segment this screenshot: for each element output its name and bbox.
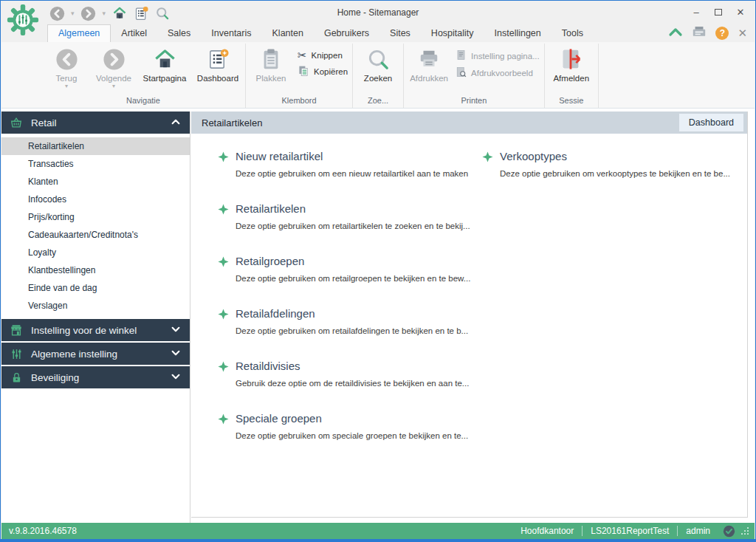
resize-grip[interactable] (741, 527, 749, 535)
content-column-left: Nieuw retailartikel Deze optie gebruiken… (219, 150, 462, 464)
page-setup-icon (456, 49, 467, 62)
quick-access-toolbar: ▾ ▾ (49, 4, 171, 22)
status-bar: v.9.8.2016.46578 Hoofdkantoor LS20161Rep… (1, 523, 755, 539)
plakken-button[interactable]: Plakken (247, 44, 295, 83)
sidebar-item-retailartikelen[interactable]: Retailartikelen (1, 137, 190, 155)
tab-tools[interactable]: Tools (551, 25, 594, 42)
status-user: admin (678, 526, 718, 536)
ribbon-group-klembord: Plakken ✂ Knippen Kopiëren Klembord (246, 44, 353, 108)
tab-algemeen[interactable]: Algemeen (47, 24, 111, 42)
sidebar-item-transacties[interactable]: Transacties (1, 155, 190, 173)
chevron-down-icon (171, 371, 181, 384)
link-verkooptypes[interactable]: Verkooptypes Deze optie gebruiken om ver… (483, 150, 738, 178)
chevron-down-icon (171, 324, 181, 337)
home-icon[interactable] (111, 5, 128, 21)
forward-icon[interactable] (80, 5, 97, 21)
sparkle-icon (218, 414, 229, 428)
store-icon (9, 323, 24, 337)
lock-icon (9, 370, 24, 385)
status-database: LS20161ReportTest (583, 526, 677, 536)
forward-dropdown-caret[interactable]: ▾ (103, 10, 106, 17)
sidebar-section-retail[interactable]: Retail (1, 112, 190, 134)
basket-icon (9, 115, 24, 130)
tab-artikel[interactable]: Artikel (111, 25, 157, 42)
kopieren-button[interactable]: Kopiëren (298, 65, 348, 78)
version-label: v.9.8.2016.46578 (9, 526, 77, 536)
ribbon: Terug ▾ Volgende ▾ Startpagina (1, 42, 755, 109)
sidebar-section-instelling-winkel[interactable]: Instelling voor de winkel (1, 319, 190, 341)
window-layout-icon[interactable] (692, 25, 707, 41)
sidebar-item-loyalty[interactable]: Loyalty (1, 244, 190, 261)
link-retailgroepen[interactable]: Retailgroepen Deze optie gebruiken om re… (219, 255, 462, 283)
window-bottom-border (1, 539, 755, 541)
sidebar-section-label: Algemene instelling (31, 349, 117, 360)
knippen-button[interactable]: ✂ Knippen (298, 49, 348, 61)
sparkle-icon (218, 151, 229, 165)
sidebar-item-klanten[interactable]: Klanten (1, 173, 190, 191)
volgende-button[interactable]: Volgende ▾ (90, 44, 137, 89)
tab-hospitality[interactable]: Hospitality (421, 25, 484, 42)
tab-sales[interactable]: Sales (157, 25, 201, 42)
sidebar-section-beveiliging[interactable]: Beveiliging (1, 366, 190, 388)
tab-klanten[interactable]: Klanten (262, 25, 314, 42)
sidebar-section-algemene-instelling[interactable]: Algemene instelling (1, 343, 190, 365)
sidebar-retail-items: Retailartikelen Transacties Klanten Info… (1, 135, 190, 319)
close-button[interactable]: ✕ (729, 2, 752, 21)
sparkle-icon (218, 361, 229, 375)
afdrukvoorbeeld-button[interactable]: Afdrukvoorbeeld (456, 66, 540, 79)
dashboard-view-button[interactable]: Dashboard (679, 114, 743, 131)
tab-instellingen[interactable]: Instellingen (484, 25, 551, 42)
sidebar-section-label: Beveiliging (31, 372, 79, 383)
content-header: Retailartikelen Dashboard (191, 112, 747, 134)
dashboard-list-icon[interactable] (133, 5, 149, 21)
back-icon[interactable] (49, 5, 65, 21)
tab-inventaris[interactable]: Inventaris (201, 25, 261, 42)
search-large-icon (367, 47, 390, 72)
sidebar-item-klantbestellingen[interactable]: Klantbestellingen (1, 261, 190, 279)
group-label-zoeken: Zoe... (354, 95, 402, 108)
printer-icon (418, 47, 440, 72)
sidebar-item-cadeaukaarten[interactable]: Cadeaukaarten/Creditnota's (1, 226, 190, 244)
tabrow-right-controls: ? ✕ (668, 25, 747, 41)
sidebar-section-label: Retail (31, 117, 57, 128)
sidebar-item-infocodes[interactable]: Infocodes (1, 191, 190, 208)
content-column-right: Verkooptypes Deze optie gebruiken om ver… (483, 150, 738, 202)
sidebar-item-prijs-korting[interactable]: Prijs/korting (1, 208, 190, 226)
search-icon[interactable] (154, 5, 171, 21)
minimize-button[interactable]: – (685, 2, 707, 21)
instelling-pagina-button[interactable]: Instelling pagina... (456, 49, 540, 62)
help-icon[interactable]: ? (715, 27, 729, 40)
app-window: Home - Sitemanager ▾ ▾ (0, 0, 756, 542)
window-controls: – ✕ (685, 1, 752, 22)
terug-dropdown-caret: ▾ (65, 83, 68, 89)
collapse-ribbon-icon[interactable] (668, 27, 683, 40)
close-pane-icon[interactable]: ✕ (738, 27, 747, 40)
startpagina-button[interactable]: Startpagina (137, 44, 192, 83)
tab-sites[interactable]: Sites (379, 25, 421, 42)
sliders-icon (9, 346, 24, 361)
ribbon-tabs: Algemeen Artikel Sales Inventaris Klante… (1, 24, 755, 42)
afdrukken-button[interactable]: Afdrukken (405, 44, 453, 83)
ribbon-group-zoeken: Zoeken Zoe... (353, 44, 404, 108)
back-dropdown-caret[interactable]: ▾ (71, 10, 75, 17)
chevron-up-icon (171, 117, 181, 129)
link-nieuw-retailartikel[interactable]: Nieuw retailartikel Deze optie gebruiken… (219, 150, 462, 178)
maximize-button[interactable] (707, 2, 729, 21)
sparkle-icon (218, 309, 229, 323)
ribbon-group-printen: Afdrukken Instelling pagina... Afdrukvoo… (404, 44, 545, 108)
maximize-icon (715, 9, 722, 16)
link-retailafdelingen[interactable]: Retailafdelingen Deze optie gebruiken om… (219, 307, 462, 335)
ribbon-group-sessie: Afmelden Sessie (545, 44, 599, 108)
link-retaildivisies[interactable]: Retaildivisies Gebruik deze optie om de … (219, 360, 462, 388)
page-title: Retailartikelen (202, 117, 679, 128)
tab-gebruikers[interactable]: Gebruikers (314, 25, 379, 42)
sidebar-item-einde-van-de-dag[interactable]: Einde van de dag (1, 279, 190, 297)
afmelden-button[interactable]: Afmelden (546, 44, 597, 83)
link-speciale-groepen[interactable]: Speciale groepen Deze optie gebruiken om… (219, 412, 462, 440)
print-preview-icon (456, 66, 467, 79)
terug-button[interactable]: Terug ▾ (43, 44, 90, 89)
link-retailartikelen[interactable]: Retailartikelen Deze optie gebruiken om … (219, 202, 462, 230)
sidebar-item-verslagen[interactable]: Verslagen (1, 297, 190, 315)
dashboard-button[interactable]: Dashboard (192, 44, 244, 83)
zoeken-button[interactable]: Zoeken (354, 44, 402, 83)
